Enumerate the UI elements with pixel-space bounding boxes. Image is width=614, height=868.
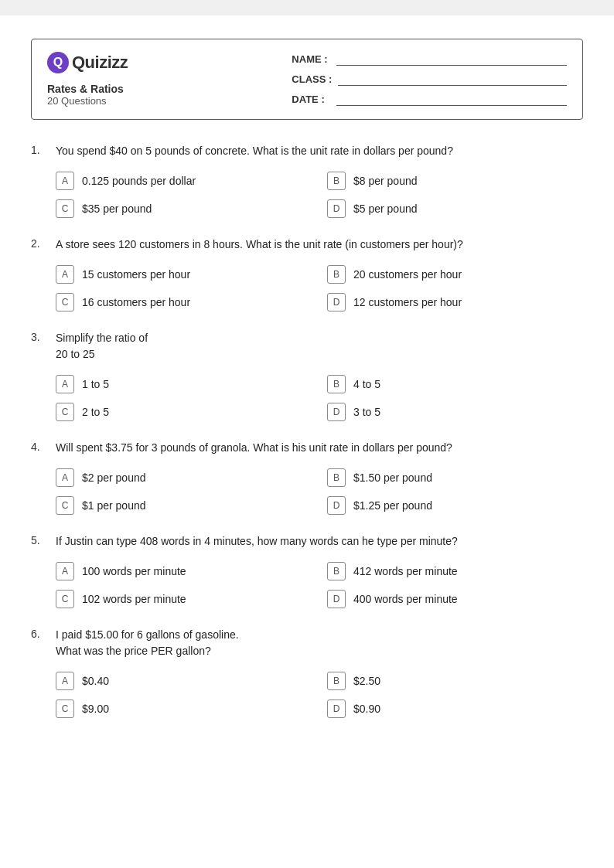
question-5-option-a[interactable]: A100 words per minute bbox=[56, 562, 312, 580]
worksheet-title: Rates & Ratios bbox=[47, 83, 276, 95]
option-text-2-b: 20 customers per hour bbox=[353, 268, 462, 281]
question-6-number: 6. bbox=[31, 627, 56, 640]
option-letter-c: C bbox=[56, 496, 74, 515]
question-1-option-c[interactable]: C$35 per pound bbox=[56, 199, 312, 218]
question-5-number: 5. bbox=[31, 533, 56, 546]
question-6-option-b[interactable]: B$2.50 bbox=[327, 672, 583, 690]
option-text-3-b: 4 to 5 bbox=[353, 378, 380, 390]
question-3-option-a[interactable]: A1 to 5 bbox=[56, 375, 312, 393]
question-6-option-c[interactable]: C$9.00 bbox=[56, 700, 312, 718]
question-4-row: 4.Will spent $3.75 for 3 pounds of grano… bbox=[31, 440, 583, 456]
question-2: 2.A store sees 120 customers in 8 hours.… bbox=[31, 237, 583, 311]
option-text-5-c: 102 words per minute bbox=[82, 593, 186, 605]
question-2-option-c[interactable]: C16 customers per hour bbox=[56, 293, 312, 311]
question-2-row: 2.A store sees 120 customers in 8 hours.… bbox=[31, 237, 583, 253]
question-2-number: 2. bbox=[31, 237, 56, 250]
worksheet-subtitle: 20 Questions bbox=[47, 95, 276, 107]
option-letter-d: D bbox=[327, 403, 346, 421]
option-text-6-a: $0.40 bbox=[82, 675, 109, 687]
option-text-4-c: $1 per pound bbox=[82, 499, 146, 512]
question-5-option-c[interactable]: C102 words per minute bbox=[56, 590, 312, 608]
question-5: 5.If Justin can type 408 words in 4 minu… bbox=[31, 533, 583, 608]
option-text-6-d: $0.90 bbox=[353, 703, 380, 715]
question-2-option-a[interactable]: A15 customers per hour bbox=[56, 265, 312, 284]
option-letter-b: B bbox=[327, 468, 346, 487]
question-6: 6.I paid $15.00 for 6 gallons of gasolin… bbox=[31, 627, 583, 718]
question-6-text: I paid $15.00 for 6 gallons of gasoline.… bbox=[56, 627, 239, 659]
option-text-1-b: $8 per pound bbox=[353, 175, 418, 187]
question-6-option-d[interactable]: D$0.90 bbox=[327, 700, 583, 718]
class-label: CLASS : bbox=[292, 73, 332, 85]
question-1-number: 1. bbox=[31, 143, 56, 156]
option-text-3-c: 2 to 5 bbox=[82, 406, 109, 418]
option-letter-a: A bbox=[56, 672, 74, 690]
option-letter-a: A bbox=[56, 375, 74, 393]
question-3-row: 3.Simplify the ratio of20 to 25 bbox=[31, 330, 583, 363]
question-4-option-d[interactable]: D$1.25 per pound bbox=[327, 496, 583, 515]
option-text-4-b: $1.50 per pound bbox=[353, 471, 432, 484]
option-letter-b: B bbox=[327, 265, 346, 284]
logo-icon: Q bbox=[47, 52, 69, 73]
question-6-options: A$0.40B$2.50C$9.00D$0.90 bbox=[31, 672, 583, 718]
name-field-row: NAME : bbox=[292, 53, 567, 66]
header-left: Q Quizizz Rates & Ratios 20 Questions bbox=[47, 52, 276, 107]
option-text-2-d: 12 customers per hour bbox=[353, 296, 462, 308]
question-4: 4.Will spent $3.75 for 3 pounds of grano… bbox=[31, 440, 583, 515]
question-2-option-d[interactable]: D12 customers per hour bbox=[327, 293, 583, 311]
option-letter-b: B bbox=[327, 562, 346, 580]
question-4-text: Will spent $3.75 for 3 pounds of granola… bbox=[56, 440, 452, 456]
question-5-option-b[interactable]: B412 words per minute bbox=[327, 562, 583, 580]
option-text-3-a: 1 to 5 bbox=[82, 378, 109, 390]
option-letter-b: B bbox=[327, 172, 346, 190]
question-3-options: A1 to 5B4 to 5C2 to 5D3 to 5 bbox=[31, 375, 583, 421]
header-box: Q Quizizz Rates & Ratios 20 Questions NA… bbox=[31, 39, 583, 120]
question-4-option-c[interactable]: C$1 per pound bbox=[56, 496, 312, 515]
question-3-option-d[interactable]: D3 to 5 bbox=[327, 403, 583, 421]
option-letter-a: A bbox=[56, 562, 74, 580]
name-label: NAME : bbox=[292, 53, 330, 65]
question-3-option-b[interactable]: B4 to 5 bbox=[327, 375, 583, 393]
option-text-5-d: 400 words per minute bbox=[353, 593, 458, 605]
option-letter-d: D bbox=[327, 199, 346, 218]
page: Q Quizizz Rates & Ratios 20 Questions NA… bbox=[0, 15, 614, 868]
question-5-row: 5.If Justin can type 408 words in 4 minu… bbox=[31, 533, 583, 550]
option-text-4-d: $1.25 per pound bbox=[353, 499, 432, 512]
option-text-1-d: $5 per pound bbox=[353, 203, 418, 215]
option-letter-a: A bbox=[56, 265, 74, 284]
option-letter-d: D bbox=[327, 293, 346, 311]
option-letter-a: A bbox=[56, 468, 74, 487]
option-letter-d: D bbox=[327, 496, 346, 515]
question-1-row: 1.You spend $40 on 5 pounds of concrete.… bbox=[31, 143, 583, 159]
question-1-options: A0.125 pounds per dollarB$8 per poundC$3… bbox=[31, 172, 583, 218]
question-5-options: A100 words per minuteB412 words per minu… bbox=[31, 562, 583, 608]
option-letter-c: C bbox=[56, 199, 74, 218]
option-text-6-b: $2.50 bbox=[353, 675, 380, 687]
name-line bbox=[336, 53, 567, 66]
class-field-row: CLASS : bbox=[292, 73, 567, 86]
question-4-option-a[interactable]: A$2 per pound bbox=[56, 468, 312, 487]
option-letter-b: B bbox=[327, 375, 346, 393]
option-text-2-a: 15 customers per hour bbox=[82, 268, 190, 281]
question-1-option-b[interactable]: B$8 per pound bbox=[327, 172, 583, 190]
question-2-options: A15 customers per hourB20 customers per … bbox=[31, 265, 583, 311]
logo: Q Quizizz bbox=[47, 52, 276, 73]
date-label: DATE : bbox=[292, 94, 330, 105]
question-2-option-b[interactable]: B20 customers per hour bbox=[327, 265, 583, 284]
question-3-option-c[interactable]: C2 to 5 bbox=[56, 403, 312, 421]
question-5-option-d[interactable]: D400 words per minute bbox=[327, 590, 583, 608]
question-1-option-d[interactable]: D$5 per pound bbox=[327, 199, 583, 218]
questions-container: 1.You spend $40 on 5 pounds of concrete.… bbox=[31, 143, 583, 737]
question-6-option-a[interactable]: A$0.40 bbox=[56, 672, 312, 690]
option-text-5-b: 412 words per minute bbox=[353, 565, 458, 577]
question-4-options: A$2 per poundB$1.50 per poundC$1 per pou… bbox=[31, 468, 583, 515]
option-letter-c: C bbox=[56, 590, 74, 608]
logo-text: Quizizz bbox=[72, 53, 128, 73]
date-line bbox=[336, 94, 567, 106]
question-4-option-b[interactable]: B$1.50 per pound bbox=[327, 468, 583, 487]
date-field-row: DATE : bbox=[292, 94, 567, 106]
option-letter-d: D bbox=[327, 590, 346, 608]
question-2-text: A store sees 120 customers in 8 hours. W… bbox=[56, 237, 463, 253]
question-1-option-a[interactable]: A0.125 pounds per dollar bbox=[56, 172, 312, 190]
option-letter-d: D bbox=[327, 700, 346, 718]
option-text-3-d: 3 to 5 bbox=[353, 406, 380, 418]
